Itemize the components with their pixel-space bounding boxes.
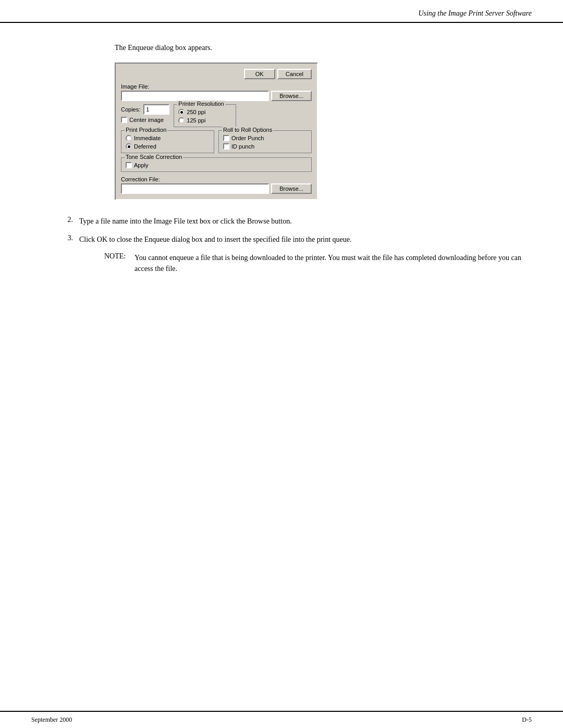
note-label: NOTE: [104,252,130,274]
order-punch-row: Order Punch [223,135,307,141]
dialog-inner: OK Cancel Image File: Browse... Copies: [121,69,312,194]
image-file-browse-button[interactable]: Browse... [271,91,312,101]
immediate-label: Immediate [134,135,161,141]
id-punch-row: ID punch [223,143,307,150]
image-file-field: Image File: Browse... [121,83,312,101]
ppi-125-row: 125 ppi [178,117,231,124]
order-punch-label: Order Punch [231,135,264,141]
list-item-2: 3. Click OK to close the Enqueue dialog … [63,234,532,245]
step-2-text: Type a file name into the Image File tex… [79,216,532,227]
ppi-250-radio[interactable] [178,109,185,115]
image-file-input[interactable] [121,91,269,101]
correction-file-input[interactable] [121,183,269,194]
correction-file-browse-button[interactable]: Browse... [271,183,312,194]
copies-label: Copies: [121,106,140,113]
print-production-title: Print Production [125,127,167,133]
roll-to-roll-group: Roll to Roll Options Order Punch ID punc… [218,130,312,153]
deferred-label: Deferred [134,143,156,150]
correction-file-input-row: Browse... [121,183,312,194]
step-3-number: 3. [63,234,73,245]
center-image-checkbox[interactable] [121,117,127,123]
step-2-number: 2. [63,216,73,227]
print-production-content: Immediate Deferred [126,135,210,150]
bottom-groups-row: Print Production Immediate Deferred [121,130,312,153]
left-mid: Copies: Center image [121,104,169,123]
ok-button[interactable]: OK [244,69,275,79]
order-punch-checkbox[interactable] [223,135,229,141]
header-title: Using the Image Print Server Software [418,9,532,18]
list-item-1: 2. Type a file name into the Image File … [63,216,532,227]
ppi-125-radio[interactable] [178,117,185,124]
image-file-label: Image File: [121,83,312,90]
cancel-button[interactable]: Cancel [277,69,312,79]
apply-label: Apply [134,162,149,168]
apply-row: Apply [126,162,307,168]
dialog-container: OK Cancel Image File: Browse... Copies: [115,63,532,200]
immediate-row: Immediate [126,135,210,141]
intro-text: The Enqueue dialog box appears. [115,44,532,52]
steps-list: 2. Type a file name into the Image File … [63,216,532,274]
ppi-125-label: 125 ppi [187,117,205,124]
id-punch-label: ID punch [231,143,254,150]
apply-checkbox[interactable] [126,162,132,168]
ppi-250-row: 250 ppi [178,109,231,115]
image-file-input-row: Browse... [121,91,312,101]
ppi-250-label: 250 ppi [187,109,205,115]
id-punch-checkbox[interactable] [223,143,229,150]
printer-resolution-title: Printer Resolution [177,101,225,107]
note-item: NOTE: You cannot enqueue a file that is … [104,252,532,274]
print-production-group: Print Production Immediate Deferred [121,130,214,153]
immediate-radio[interactable] [126,135,132,141]
roll-to-roll-content: Order Punch ID punch [223,135,307,150]
copies-row: Copies: [121,104,169,115]
center-image-label: Center image [129,117,164,123]
deferred-radio[interactable] [126,143,132,150]
center-image-row: Center image [121,117,169,123]
page-footer: September 2000 D-5 [0,711,563,728]
tone-scale-content: Apply [126,162,307,168]
deferred-row: Deferred [126,143,210,150]
step-3-text: Click OK to close the Enqueue dialog box… [79,234,532,245]
enqueue-dialog: OK Cancel Image File: Browse... Copies: [115,63,318,200]
roll-to-roll-title: Roll to Roll Options [222,127,273,133]
note-text: You cannot enqueue a file that is being … [134,252,532,274]
tone-scale-title: Tone Scale Correction [125,154,183,160]
dialog-top-row: OK Cancel [121,69,312,79]
footer-right: D-5 [522,716,532,724]
tone-scale-group: Tone Scale Correction Apply [121,157,312,172]
printer-resolution-content: 250 ppi 125 ppi [178,109,231,124]
page-header: Using the Image Print Server Software [0,0,563,23]
correction-file-label: Correction File: [121,176,312,182]
correction-file-field: Correction File: Browse... [121,176,312,194]
footer-left: September 2000 [31,716,72,724]
copies-input[interactable] [143,104,169,115]
mid-row: Copies: Center image Printer Resolution [121,104,312,127]
printer-resolution-group: Printer Resolution 250 ppi 125 ppi [174,104,236,127]
page-content: The Enqueue dialog box appears. OK Cance… [0,23,563,313]
